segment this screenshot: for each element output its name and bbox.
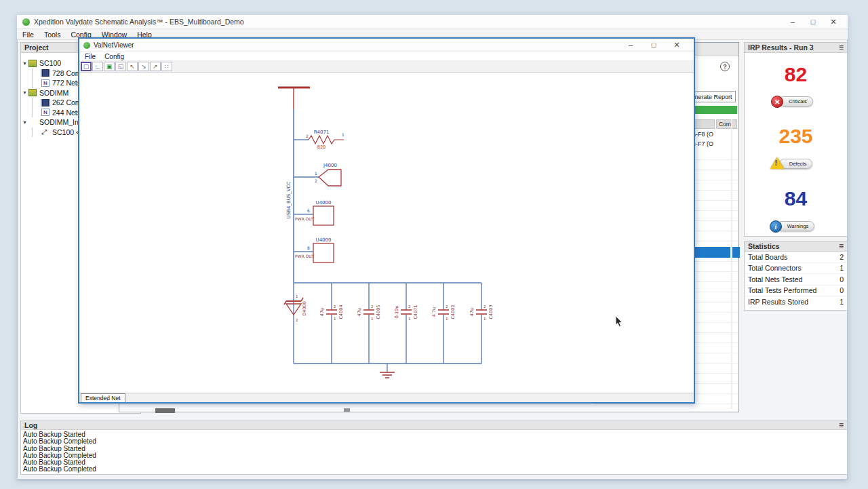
- tree-label: 244 Nets: [52, 109, 81, 117]
- valnetviewer-menubar: File Config: [79, 52, 694, 61]
- svg-text:47u: 47u: [319, 308, 325, 316]
- log-line: Auto Backup Completed: [21, 452, 847, 459]
- stat-label: Total Tests Performed: [748, 286, 816, 294]
- fit-view-icon[interactable]: ▢: [81, 62, 92, 71]
- stat-row: IRP Results Stored 1: [745, 296, 847, 308]
- svg-text:2: 2: [484, 305, 486, 309]
- stat-value: 0: [840, 286, 844, 294]
- log-line: Auto Backup Completed: [21, 438, 847, 445]
- critical-icon: ✕: [771, 96, 783, 108]
- svg-text:1: 1: [484, 317, 486, 321]
- net-label[interactable]: USB4_BUS_VCC: [286, 182, 292, 219]
- svg-text:1: 1: [408, 317, 411, 321]
- connector-symbol[interactable]: [319, 170, 341, 186]
- vnv-maximize-button[interactable]: □: [649, 41, 658, 50]
- nets-icon: N: [41, 79, 50, 87]
- maximize-button[interactable]: □: [808, 18, 818, 26]
- tree-label: 772 Nets: [52, 79, 81, 87]
- menu-file[interactable]: File: [22, 31, 34, 39]
- expander-icon[interactable]: ▼: [21, 120, 28, 125]
- criticals-label: Criticals: [789, 98, 807, 104]
- valnetviewer-logo-icon: [83, 42, 90, 49]
- valnetviewer-toolbar: ▢ ∟ ▣ ◱ ↖ ↘ ↗ ∷: [79, 61, 694, 73]
- expander-icon[interactable]: ▼: [21, 90, 28, 95]
- svg-text:C4005: C4005: [376, 305, 381, 319]
- panel-menu-icon[interactable]: ≡: [839, 44, 844, 51]
- defects-button[interactable]: ! Defects: [779, 159, 812, 169]
- nets-icon: N: [41, 109, 50, 116]
- log-line: Auto Backup Started: [21, 431, 847, 438]
- defect-icon: !: [770, 157, 784, 169]
- vnv-menu-config[interactable]: Config: [104, 53, 124, 60]
- minimize-button[interactable]: –: [788, 18, 797, 26]
- resistor-ref: R4071: [314, 130, 330, 135]
- chip-icon: [42, 99, 49, 106]
- measure-icon[interactable]: ↗: [150, 62, 161, 71]
- stat-row: Total Nets Tested 0: [745, 274, 847, 286]
- table-column-header[interactable]: Com: [716, 119, 737, 129]
- valnetviewer-window: ValNetViewer – □ ✕ File Config ▢ ∟ ▣ ◱ ↖…: [78, 37, 695, 404]
- tree-label: SODIMM: [39, 89, 68, 97]
- criticals-button[interactable]: ✕ Criticals: [778, 96, 813, 106]
- ic-symbol[interactable]: [313, 243, 334, 262]
- vnv-menu-file[interactable]: File: [85, 53, 96, 60]
- corner-view-icon[interactable]: ∟: [92, 62, 103, 71]
- hscrollbar-thumb[interactable]: [155, 408, 175, 413]
- menu-tools[interactable]: Tools: [44, 31, 61, 39]
- log-line: Auto Backup Started: [21, 446, 847, 452]
- log-title: Log: [24, 421, 37, 429]
- selected-row[interactable]: [732, 247, 740, 258]
- stat-label: Total Boards: [748, 253, 787, 261]
- diode-ref: D4000: [302, 301, 307, 316]
- close-button[interactable]: ✕: [829, 18, 838, 26]
- link-icon: ⤢: [41, 128, 50, 136]
- ic-symbol[interactable]: [313, 206, 334, 225]
- column-divider: [731, 119, 732, 409]
- statistics-panel: Statistics ≡ Total Boards 2 Total Connec…: [744, 241, 848, 311]
- help-icon[interactable]: ?: [720, 62, 730, 71]
- stat-label: IRP Results Stored: [748, 298, 808, 306]
- vnv-minimize-button[interactable]: –: [626, 41, 635, 50]
- pin-number: 2: [315, 178, 317, 183]
- screen-view-icon[interactable]: ▣: [104, 62, 115, 71]
- expander-icon[interactable]: ▼: [21, 61, 28, 66]
- valnetviewer-title: ValNetViewer: [94, 41, 134, 49]
- board-icon: [28, 60, 37, 67]
- warnings-button[interactable]: i Warnings: [777, 221, 814, 231]
- log-panel: Log ≡ Auto Backup Started Auto Backup Co…: [20, 420, 848, 475]
- svg-text:1: 1: [446, 317, 448, 321]
- stat-value: 1: [840, 298, 844, 306]
- tab-extended-net[interactable]: Extended Net: [81, 393, 125, 402]
- panel-menu-icon[interactable]: ≡: [839, 243, 844, 250]
- defects-label: Defects: [789, 161, 806, 167]
- warnings-label: Warnings: [787, 223, 808, 229]
- resistor-symbol[interactable]: [309, 136, 344, 144]
- stat-value: 1: [840, 264, 844, 272]
- display-options-icon[interactable]: ∷: [161, 62, 172, 71]
- svg-text:C4071: C4071: [413, 305, 418, 319]
- svg-text:1: 1: [371, 317, 374, 321]
- hscrollbar-thumb[interactable]: [344, 408, 350, 412]
- vnv-close-button[interactable]: ✕: [672, 41, 682, 50]
- defects-count: 235: [745, 126, 847, 146]
- schematic-canvas[interactable]: USB4_BUS_VCC R4071 820 2 1 J4000 1 2 U40…: [79, 73, 694, 393]
- pin-number: 1: [315, 171, 317, 176]
- panel-menu-icon[interactable]: ≡: [839, 422, 844, 429]
- table-row[interactable]: 5-F8 (O: [692, 131, 713, 138]
- pin-number: 6: [307, 208, 310, 213]
- irp-results-title: IRP Results - Run 3: [748, 43, 814, 52]
- zoom-window-icon[interactable]: ◱: [115, 62, 126, 71]
- svg-text:47u: 47u: [357, 308, 362, 316]
- svg-text:0.10u: 0.10u: [394, 306, 399, 319]
- svg-text:2: 2: [371, 305, 374, 309]
- zoom-scale-icon[interactable]: ↘: [138, 62, 149, 71]
- ic-ref: U4000: [316, 237, 332, 243]
- table-row[interactable]: 4-F7 (O: [692, 140, 713, 147]
- generate-report-button[interactable]: nerate Report: [691, 91, 736, 102]
- app-titlebar: Xpedition Valydate Schematic Analysis™ -…: [17, 15, 848, 29]
- svg-text:4.7u: 4.7u: [431, 307, 437, 317]
- resistor-value: 820: [317, 144, 326, 150]
- app-title: Xpedition Valydate Schematic Analysis™ -…: [34, 18, 244, 26]
- select-arrow-icon[interactable]: ↖: [127, 62, 138, 71]
- log-line: Auto Backup Completed: [21, 466, 847, 473]
